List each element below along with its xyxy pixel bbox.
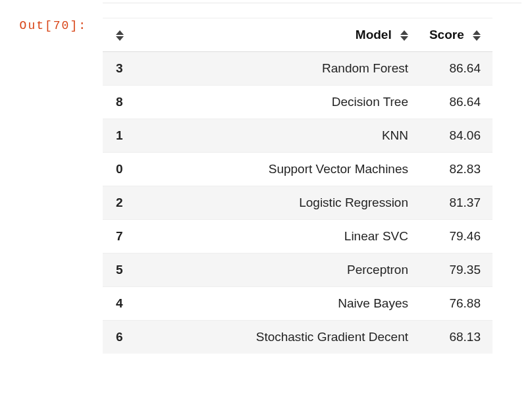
row-score: 79.35 [420,253,492,287]
row-model: Random Forest [138,52,420,86]
dataframe-table: Model Score 3Random Forest86.648Decision… [103,18,492,354]
table-header-row: Model Score [103,18,492,52]
output-prompt-label: Out[70]: [0,18,103,32]
row-score: 79.46 [420,220,492,253]
column-header-index[interactable] [103,18,138,52]
column-header-model[interactable]: Model [138,18,420,52]
table-row: 0Support Vector Machines82.83 [103,153,492,186]
row-index: 1 [103,119,138,153]
row-score: 81.37 [420,186,492,220]
table-row: 5Perceptron79.35 [103,253,492,287]
row-score: 82.83 [420,153,492,186]
column-header-score-label: Score [429,28,464,41]
row-model: Support Vector Machines [138,153,420,186]
column-header-score[interactable]: Score [420,18,492,52]
row-model: Logistic Regression [138,186,420,220]
row-index: 0 [103,153,138,186]
sort-icon [116,30,124,41]
table-row: 2Logistic Regression81.37 [103,186,492,220]
sort-icon [473,30,481,41]
row-model: Decision Tree [138,86,420,119]
row-score: 86.64 [420,52,492,86]
row-index: 8 [103,86,138,119]
row-model: Perceptron [138,253,420,287]
row-index: 5 [103,253,138,287]
row-score: 76.88 [420,287,492,321]
table-row: 6Stochastic Gradient Decent68.13 [103,321,492,354]
column-header-model-label: Model [356,28,392,41]
table-row: 7Linear SVC79.46 [103,220,492,253]
sort-icon [400,30,408,41]
row-score: 68.13 [420,321,492,354]
row-index: 3 [103,52,138,86]
row-model: Linear SVC [138,220,420,253]
row-score: 84.06 [420,119,492,153]
table-row: 3Random Forest86.64 [103,52,492,86]
output-cell: Out[70]: Model [0,3,532,354]
table-row: 8Decision Tree86.64 [103,86,492,119]
table-body: 3Random Forest86.648Decision Tree86.641K… [103,52,492,354]
row-model: Stochastic Gradient Decent [138,321,420,354]
table-row: 4Naive Bayes76.88 [103,287,492,321]
row-model: Naive Bayes [138,287,420,321]
row-index: 6 [103,321,138,354]
row-index: 2 [103,186,138,220]
table-row: 1KNN84.06 [103,119,492,153]
row-index: 7 [103,220,138,253]
output-area: Model Score 3Random Forest86.648Decision… [103,18,532,354]
row-index: 4 [103,287,138,321]
row-score: 86.64 [420,86,492,119]
row-model: KNN [138,119,420,153]
